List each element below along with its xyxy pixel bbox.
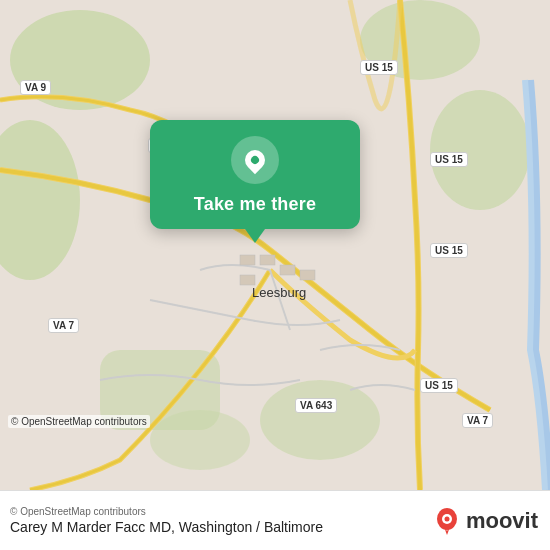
copyright-text: © OpenStreetMap contributors bbox=[10, 506, 323, 517]
road-label-us15-1: US 15 bbox=[360, 60, 398, 75]
footer-bar: © OpenStreetMap contributors Carey M Mar… bbox=[0, 490, 550, 550]
road-label-va7-3: VA 7 bbox=[462, 413, 493, 428]
svg-rect-9 bbox=[260, 255, 275, 265]
footer-left: © OpenStreetMap contributors Carey M Mar… bbox=[10, 506, 323, 535]
location-pin-icon bbox=[241, 146, 269, 174]
svg-point-4 bbox=[430, 90, 530, 210]
road-label-us15-4: US 15 bbox=[420, 378, 458, 393]
city-label-leesburg: Leesburg bbox=[252, 285, 306, 300]
osm-credit: © OpenStreetMap contributors bbox=[8, 415, 150, 428]
svg-point-15 bbox=[444, 516, 449, 521]
popup-card: Take me there bbox=[150, 120, 360, 229]
moovit-logo[interactable]: moovit bbox=[433, 507, 538, 535]
svg-point-6 bbox=[260, 380, 380, 460]
svg-rect-8 bbox=[240, 255, 255, 265]
moovit-pin-icon bbox=[433, 507, 461, 535]
svg-rect-10 bbox=[280, 265, 295, 275]
road-label-us15-2: US 15 bbox=[430, 152, 468, 167]
moovit-text: moovit bbox=[466, 508, 538, 534]
svg-rect-12 bbox=[300, 270, 315, 280]
svg-rect-11 bbox=[240, 275, 255, 285]
road-label-va7-2: VA 7 bbox=[48, 318, 79, 333]
map-container: VA 9 VA 7 VA 7 VA 7 US 15 US 15 US 15 US… bbox=[0, 0, 550, 490]
road-label-us15-3: US 15 bbox=[430, 243, 468, 258]
road-label-va643: VA 643 bbox=[295, 398, 337, 413]
road-label-va9: VA 9 bbox=[20, 80, 51, 95]
location-title: Carey M Marder Facc MD, Washington / Bal… bbox=[10, 519, 323, 535]
svg-point-7 bbox=[150, 410, 250, 470]
pin-icon-container bbox=[231, 136, 279, 184]
take-me-there-button[interactable]: Take me there bbox=[194, 194, 316, 215]
